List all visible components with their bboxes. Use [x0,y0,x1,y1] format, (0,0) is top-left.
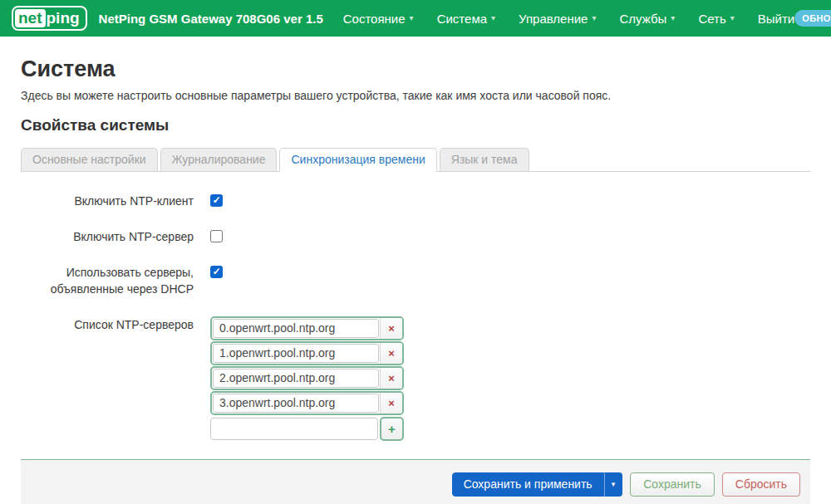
field-label: Список NTP-серверов [21,316,194,333]
chevron-down-icon: ▾ [592,14,596,22]
ntp-server-input[interactable] [213,394,379,413]
menu-item-label: Сеть [698,12,725,26]
menu-item-label: Состояние [343,12,406,26]
save-apply-dropdown-toggle[interactable]: ▾ [604,472,623,497]
menu-item-system[interactable]: Система ▾ [437,12,495,26]
top-navbar: net ping NetPing GSM Gateway 708G06 ver … [0,0,831,37]
ntp-server-row: × [210,341,404,365]
section-title: Свойства системы [21,116,810,135]
ntp-server-new-input[interactable] [210,418,378,440]
tab-general-settings[interactable]: Основные настройки [21,148,158,171]
form-row-dhcp-servers: Использовать серверы, объявленные через … [21,264,810,298]
ntp-server-row: × [210,391,404,415]
add-icon[interactable]: + [380,417,404,441]
tab-language-theme[interactable]: Язык и тема [440,148,529,171]
status-badge: ОБНОВЛЯЕТСЯ [794,10,831,27]
chevron-down-icon: ▾ [730,14,735,22]
save-apply-split-button: Сохранить и применить ▾ [452,472,623,497]
remove-icon[interactable]: × [380,368,402,389]
ntp-server-row: × [210,366,404,390]
tab-time-synchronization[interactable]: Синхронизация времени [279,148,436,172]
menu-item-logout[interactable]: Выйти [758,12,794,26]
ntp-server-row: × [210,316,404,340]
remove-icon[interactable]: × [380,343,402,364]
page-description: Здесь вы можете настроить основные парам… [21,89,810,102]
use-dhcp-servers-checkbox[interactable] [210,266,223,278]
menu-item-services[interactable]: Службы ▾ [620,12,676,26]
tab-bar: Основные настройки Журналирование Синхро… [21,148,810,172]
enable-ntp-server-checkbox[interactable] [210,230,223,242]
tab-logging[interactable]: Журналирование [160,148,278,171]
remove-icon[interactable]: × [380,318,402,339]
save-button[interactable]: Сохранить [630,472,715,497]
netping-logo[interactable]: net ping [12,6,87,32]
ntp-server-input[interactable] [213,344,379,363]
logo-net-part: net [15,9,46,28]
field-label: Использовать серверы, объявленные через … [21,264,194,298]
form-row-ntp-client: Включить NTP-клиент [21,193,810,210]
ntp-add-row: + [210,417,404,441]
chevron-down-icon: ▾ [491,14,495,22]
reset-button[interactable]: Сбросить [722,472,800,497]
ntp-server-input[interactable] [213,369,379,388]
page-title: Система [21,56,810,82]
chevron-down-icon: ▾ [671,14,675,22]
menu-item-label: Управление [519,12,588,26]
menu-item-network[interactable]: Сеть ▾ [698,12,734,26]
menu-item-label: Выйти [758,12,794,26]
form-row-ntp-server: Включить NTP-сервер [21,228,810,246]
remove-icon[interactable]: × [380,393,402,413]
time-sync-form: Включить NTP-клиент Включить NTP-сервер … [21,193,810,441]
ntp-server-input[interactable] [213,319,379,338]
form-row-ntp-server-list: Список NTP-серверов × × × × + [21,316,810,441]
ntp-server-list: × × × × [210,316,404,415]
action-bar: Сохранить и применить ▾ Сохранить Сброси… [21,459,810,504]
menu-item-management[interactable]: Управление ▾ [519,12,596,26]
logo-ping-part: ping [47,9,80,28]
menu-item-label: Службы [620,12,667,26]
field-label: Включить NTP-клиент [21,193,194,209]
field-label: Включить NTP-сервер [21,228,194,245]
main-menu: Состояние ▾ Система ▾ Управление ▾ Служб… [343,12,794,26]
save-apply-button[interactable]: Сохранить и применить [452,472,604,497]
device-title: NetPing GSM Gateway 708G06 ver 1.5 [99,12,323,26]
menu-item-label: Система [437,12,487,26]
menu-item-status[interactable]: Состояние ▾ [343,12,414,26]
chevron-down-icon: ▾ [410,14,414,22]
enable-ntp-client-checkbox[interactable] [210,194,223,207]
